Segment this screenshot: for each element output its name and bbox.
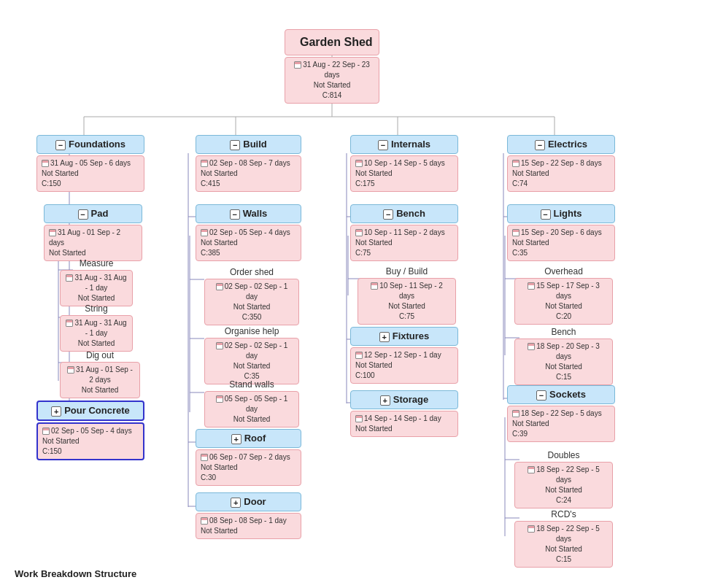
internals-node: −Internals 10 Sep - 14 Sep - 5 daysNot S… bbox=[350, 135, 458, 192]
overhead-detail: 15 Sep - 17 Sep - 3 daysNot StartedC:20 bbox=[514, 278, 613, 325]
walls-header[interactable]: −Walls bbox=[196, 204, 301, 223]
bench-header[interactable]: −Bench bbox=[350, 204, 458, 223]
electrics-header[interactable]: −Electrics bbox=[507, 135, 615, 154]
measure-label-node: Measure 31 Aug - 31 Aug - 1 dayNot Start… bbox=[60, 258, 133, 306]
footer-label: Work Breakdown Structure bbox=[15, 568, 136, 579]
cal-icon bbox=[355, 160, 363, 167]
roof-collapse[interactable]: + bbox=[231, 434, 242, 444]
standwalls-detail: 05 Sep - 05 Sep - 1 dayNot Started bbox=[204, 391, 299, 428]
fixtures-node: +Fixtures 12 Sep - 12 Sep - 1 dayNot Sta… bbox=[350, 327, 458, 384]
overhead-node: Overhead 15 Sep - 17 Sep - 3 daysNot Sta… bbox=[514, 266, 613, 325]
measure-label: Measure bbox=[60, 258, 133, 268]
cal-icon bbox=[42, 428, 50, 435]
pour-concrete-node: +Pour Concrete 02 Sep - 05 Sep - 4 daysN… bbox=[36, 401, 144, 460]
measure-detail: 31 Aug - 31 Aug - 1 dayNot Started bbox=[60, 270, 133, 306]
pad-header[interactable]: −Pad bbox=[44, 204, 142, 223]
pour-concrete-header[interactable]: +Pour Concrete bbox=[36, 401, 144, 421]
walls-node: −Walls 02 Sep - 05 Sep - 4 daysNot Start… bbox=[196, 204, 301, 261]
string-detail: 31 Aug - 31 Aug - 1 dayNot Started bbox=[60, 315, 133, 352]
pour-collapse[interactable]: + bbox=[51, 406, 61, 417]
storage-header[interactable]: +Storage bbox=[350, 390, 458, 409]
buybuild-label: Buy / Build bbox=[358, 266, 456, 276]
cal-icon bbox=[371, 282, 378, 290]
root-detail: 31 Aug - 22 Sep - 23 daysNot StartedC:81… bbox=[285, 57, 379, 104]
pad-collapse[interactable]: − bbox=[78, 209, 88, 220]
cal-icon bbox=[512, 160, 519, 167]
fixtures-collapse[interactable]: + bbox=[379, 332, 390, 342]
build-detail: 02 Sep - 08 Sep - 7 daysNot StartedC:415 bbox=[196, 155, 301, 192]
cal-icon bbox=[67, 366, 74, 374]
fixtures-header[interactable]: +Fixtures bbox=[350, 327, 458, 346]
build-header[interactable]: −Build bbox=[196, 135, 301, 154]
doubles-node: Doubles 18 Sep - 22 Sep - 5 daysNot Star… bbox=[514, 450, 613, 508]
cal-icon bbox=[201, 160, 208, 167]
electrics-collapse[interactable]: − bbox=[535, 140, 545, 150]
build-collapse[interactable]: − bbox=[230, 140, 240, 150]
wbs-canvas: Garden Shed 31 Aug - 22 Sep - 23 daysNot… bbox=[0, 0, 707, 588]
storage-node: +Storage 14 Sep - 14 Sep - 1 dayNot Star… bbox=[350, 390, 458, 437]
walls-detail: 02 Sep - 05 Sep - 4 daysNot StartedC:385 bbox=[196, 225, 301, 261]
string-label: String bbox=[60, 303, 133, 314]
roof-detail: 06 Sep - 07 Sep - 2 daysNot StartedC:30 bbox=[196, 449, 301, 486]
cal-icon bbox=[49, 229, 56, 236]
bench2-label: Bench bbox=[514, 327, 613, 337]
lights-detail: 15 Sep - 20 Sep - 6 daysNot StartedC:35 bbox=[507, 225, 615, 261]
lights-header[interactable]: −Lights bbox=[507, 204, 615, 223]
pour-concrete-detail: 02 Sep - 05 Sep - 4 daysNot StartedC:150 bbox=[36, 422, 144, 460]
cal-icon bbox=[294, 61, 301, 69]
cal-icon bbox=[66, 274, 73, 282]
bench-collapse[interactable]: − bbox=[383, 209, 393, 220]
cal-icon bbox=[42, 160, 49, 167]
sockets-detail: 18 Sep - 22 Sep - 5 daysNot StartedC:39 bbox=[507, 406, 615, 442]
buybuild-detail: 10 Sep - 11 Sep - 2 daysNot StartedC:75 bbox=[358, 278, 456, 325]
digout-label: Dig out bbox=[60, 350, 140, 360]
cal-icon bbox=[201, 517, 208, 525]
foundations-node: −Foundations 31 Aug - 05 Sep - 6 daysNot… bbox=[36, 135, 144, 192]
cal-icon bbox=[528, 282, 535, 290]
door-header[interactable]: +Door bbox=[196, 492, 301, 511]
electrics-detail: 15 Sep - 22 Sep - 8 daysNot StartedC:74 bbox=[507, 155, 615, 192]
foundations-detail: 31 Aug - 05 Sep - 6 daysNot StartedC:150 bbox=[36, 155, 144, 192]
lights-collapse[interactable]: − bbox=[541, 209, 551, 220]
bench2-node: Bench 18 Sep - 20 Sep - 3 daysNot Starte… bbox=[514, 327, 613, 385]
lights-node: −Lights 15 Sep - 20 Sep - 6 daysNot Star… bbox=[507, 204, 615, 261]
cal-icon bbox=[528, 466, 535, 473]
ordershed-node: Order shed 02 Sep - 02 Sep - 1 dayNot St… bbox=[204, 267, 299, 325]
roof-node: +Roof 06 Sep - 07 Sep - 2 daysNot Starte… bbox=[196, 429, 301, 486]
bench2-detail: 18 Sep - 20 Sep - 3 daysNot StartedC:15 bbox=[514, 339, 613, 385]
rcds-label: RCD's bbox=[514, 509, 613, 519]
ordershed-detail: 02 Sep - 02 Sep - 1 dayNot StartedC:350 bbox=[204, 279, 299, 325]
door-collapse[interactable]: + bbox=[231, 498, 241, 508]
foundations-collapse[interactable]: − bbox=[55, 140, 66, 150]
standwalls-label: Stand walls bbox=[204, 379, 299, 390]
organise-node: Organise help 02 Sep - 02 Sep - 1 dayNot… bbox=[204, 326, 299, 384]
sockets-node: −Sockets 18 Sep - 22 Sep - 5 daysNot Sta… bbox=[507, 385, 615, 442]
cal-icon bbox=[512, 229, 519, 236]
sockets-collapse[interactable]: − bbox=[536, 390, 546, 401]
cal-icon bbox=[512, 410, 519, 417]
internals-detail: 10 Sep - 14 Sep - 5 daysNot StartedC:175 bbox=[350, 155, 458, 192]
pad-detail: 31 Aug - 01 Sep - 2 daysNot Started bbox=[44, 225, 142, 261]
storage-collapse[interactable]: + bbox=[380, 395, 390, 406]
buybuild-node: Buy / Build 10 Sep - 11 Sep - 2 daysNot … bbox=[358, 266, 456, 325]
organise-detail: 02 Sep - 02 Sep - 1 dayNot StartedC:35 bbox=[204, 338, 299, 384]
internals-header[interactable]: −Internals bbox=[350, 135, 458, 154]
internals-collapse[interactable]: − bbox=[378, 140, 388, 150]
build-node: −Build 02 Sep - 08 Sep - 7 daysNot Start… bbox=[196, 135, 301, 192]
cal-icon bbox=[66, 320, 73, 327]
root-node: Garden Shed 31 Aug - 22 Sep - 23 daysNot… bbox=[285, 29, 379, 104]
cal-icon bbox=[355, 352, 363, 359]
cal-icon bbox=[201, 229, 208, 236]
cal-icon bbox=[355, 415, 363, 422]
foundations-header[interactable]: −Foundations bbox=[36, 135, 144, 154]
roof-header[interactable]: +Roof bbox=[196, 429, 301, 448]
door-node: +Door 08 Sep - 08 Sep - 1 dayNot Started bbox=[196, 492, 301, 539]
sockets-header[interactable]: −Sockets bbox=[507, 385, 615, 404]
cal-icon bbox=[528, 525, 535, 533]
doubles-label: Doubles bbox=[514, 450, 613, 460]
cal-icon bbox=[528, 343, 535, 350]
door-detail: 08 Sep - 08 Sep - 1 dayNot Started bbox=[196, 513, 301, 539]
walls-collapse[interactable]: − bbox=[230, 209, 240, 220]
cal-icon bbox=[216, 342, 223, 349]
cal-icon bbox=[216, 283, 223, 290]
